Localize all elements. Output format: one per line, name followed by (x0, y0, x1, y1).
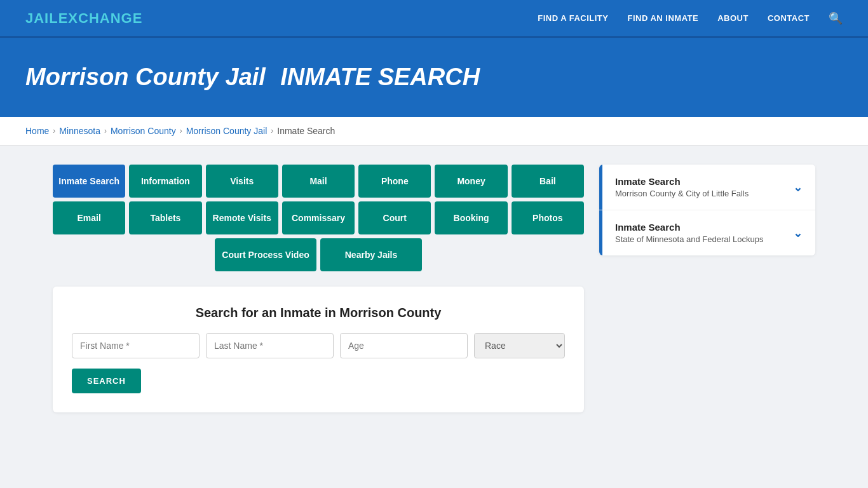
sidebar-item-morrison-county-text: Inmate Search Morrison County & City of … (615, 176, 749, 198)
last-name-input[interactable] (206, 333, 334, 358)
page-title-main: Morrison County Jail (25, 64, 266, 90)
search-form-title: Search for an Inmate in Morrison County (72, 306, 565, 320)
sidebar-item-state-federal-text: Inmate Search State of Minnesota and Fed… (615, 222, 763, 244)
age-input[interactable] (340, 333, 468, 358)
search-form-container: Search for an Inmate in Morrison County … (53, 287, 584, 412)
nav-btn-tablets[interactable]: Tablets (129, 201, 201, 234)
nav-btn-email[interactable]: Email (53, 201, 125, 234)
nav-find-facility[interactable]: FIND A FACILITY (538, 13, 608, 23)
nav-btn-phone[interactable]: Phone (358, 165, 431, 198)
nav-btn-nearby-jails[interactable]: Nearby Jails (320, 238, 422, 271)
nav-btn-mail[interactable]: Mail (282, 165, 355, 198)
logo-jail: JAIL (25, 10, 58, 26)
breadcrumb-sep-3: › (180, 126, 182, 135)
nav-btn-court[interactable]: Court (358, 201, 431, 234)
nav-btn-inmate-search[interactable]: Inmate Search (53, 165, 125, 198)
nav-buttons-row3: Court Process Video Nearby Jails (53, 238, 584, 271)
breadcrumb-minnesota[interactable]: Minnesota (59, 126, 100, 136)
nav-contact[interactable]: CONTACT (768, 13, 810, 23)
nav-btn-court-process-video[interactable]: Court Process Video (215, 238, 316, 271)
search-fields: Race White Black Hispanic Asian Other (72, 333, 565, 358)
sidebar-card: Inmate Search Morrison County & City of … (599, 165, 815, 255)
sidebar-item-morrison-county-title: Inmate Search (615, 176, 749, 187)
breadcrumb-current: Inmate Search (277, 126, 335, 136)
nav-btn-money[interactable]: Money (435, 165, 507, 198)
breadcrumb-morrison-county-jail[interactable]: Morrison County Jail (186, 126, 268, 136)
first-name-input[interactable] (72, 333, 200, 358)
sidebar-item-morrison-county[interactable]: Inmate Search Morrison County & City of … (599, 165, 815, 210)
sidebar-item-state-federal[interactable]: Inmate Search State of Minnesota and Fed… (599, 210, 815, 255)
page-title: Morrison County Jail INMATE SEARCH (25, 61, 843, 92)
sidebar-item-morrison-county-subtitle: Morrison County & City of Little Falls (615, 189, 749, 198)
search-button[interactable]: SEARCH (72, 369, 141, 393)
site-header: JAILEXCHANGE FIND A FACILITY FIND AN INM… (0, 0, 868, 38)
nav-about[interactable]: ABOUT (717, 13, 749, 23)
nav-btn-commissary[interactable]: Commissary (282, 201, 355, 234)
left-column: Inmate Search Information Visits Mail Ph… (53, 165, 584, 412)
site-logo[interactable]: JAILEXCHANGE (25, 10, 142, 27)
hero-section: Morrison County Jail INMATE SEARCH (0, 38, 868, 117)
nav-btn-visits[interactable]: Visits (206, 165, 278, 198)
nav-btn-booking[interactable]: Booking (435, 201, 507, 234)
breadcrumb-sep-1: › (53, 126, 55, 135)
nav-buttons-row2: Email Tablets Remote Visits Commissary C… (53, 201, 584, 234)
sidebar-item-state-federal-subtitle: State of Minnesota and Federal Lockups (615, 234, 763, 244)
nav-btn-photos[interactable]: Photos (512, 201, 584, 234)
nav-buttons-row1: Inmate Search Information Visits Mail Ph… (53, 165, 584, 198)
breadcrumb-morrison-county[interactable]: Morrison County (111, 126, 176, 136)
search-icon-button[interactable]: 🔍 (829, 11, 843, 25)
page-title-italic: INMATE SEARCH (280, 64, 480, 90)
breadcrumb-sep-2: › (104, 126, 107, 135)
logo-exchange: EXCHANGE (58, 10, 143, 26)
nav-btn-bail[interactable]: Bail (512, 165, 584, 198)
breadcrumb-sep-4: › (271, 126, 273, 135)
nav-btn-information[interactable]: Information (129, 165, 201, 198)
breadcrumb: Home › Minnesota › Morrison County › Mor… (0, 117, 868, 146)
sidebar-item-state-federal-title: Inmate Search (615, 222, 763, 233)
main-content: Inmate Search Information Visits Mail Ph… (27, 146, 841, 431)
right-sidebar: Inmate Search Morrison County & City of … (599, 165, 815, 258)
chevron-down-icon: ⌄ (793, 180, 803, 194)
race-select[interactable]: Race White Black Hispanic Asian Other (474, 333, 565, 358)
nav-find-inmate[interactable]: FIND AN INMATE (627, 13, 698, 23)
nav-btn-remote-visits[interactable]: Remote Visits (206, 201, 278, 234)
chevron-down-icon-2: ⌄ (793, 226, 803, 240)
main-nav: FIND A FACILITY FIND AN INMATE ABOUT CON… (538, 11, 843, 25)
breadcrumb-home[interactable]: Home (25, 126, 49, 136)
